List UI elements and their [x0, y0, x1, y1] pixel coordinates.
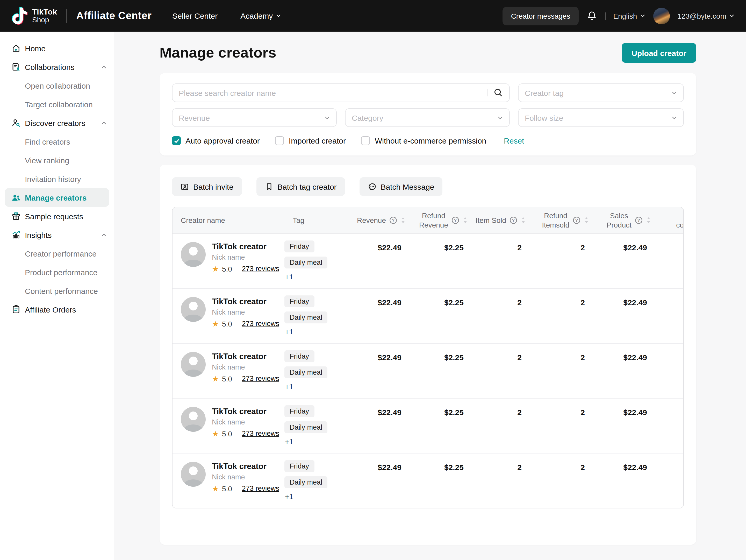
table-row: TikTok creatorNick name★5.0273 reviewsFr… — [173, 233, 684, 288]
creator-messages-button[interactable]: Creator messages — [503, 6, 579, 25]
revenue-select[interactable]: Revenue — [172, 108, 337, 127]
tag-cell: FridayDaily meal+1 — [284, 453, 354, 508]
topbar-nav: Seller Center Academy — [172, 11, 281, 20]
sidebar-item-affiliate-orders[interactable]: Affiliate Orders — [0, 300, 114, 319]
more-tags[interactable]: +1 — [284, 437, 354, 445]
creator-name[interactable]: TikTok creator — [212, 407, 279, 416]
sidebar-item-sample-requests[interactable]: Sample requests — [0, 207, 114, 225]
creator-rating: ★5.0273 reviews — [212, 319, 279, 328]
language-selector[interactable]: English — [613, 12, 645, 20]
star-icon: ★ — [212, 320, 219, 328]
sidebar-item-manage-creators[interactable]: Manage creators — [5, 188, 109, 207]
table-row: TikTok creatorNick name★5.0273 reviewsFr… — [173, 288, 684, 343]
more-tags[interactable]: +1 — [284, 382, 354, 391]
reviews-link[interactable]: 273 reviews — [242, 430, 279, 438]
checkbox-unchecked-icon[interactable] — [275, 136, 284, 145]
nav-seller-center[interactable]: Seller Center — [172, 11, 218, 20]
item-sold-cell: 2 — [474, 233, 532, 288]
sidebar-item-target-collaboration[interactable]: Target collaboration — [0, 95, 114, 113]
reviews-link[interactable]: 273 reviews — [242, 484, 279, 493]
reviews-link[interactable]: 273 reviews — [242, 320, 279, 328]
account-menu[interactable]: 123@byte.com — [677, 12, 735, 20]
creator-name[interactable]: TikTok creator — [212, 242, 279, 251]
more-tags[interactable]: +1 — [284, 272, 354, 281]
column-header-refund-revenue[interactable]: RefundRevenue? — [412, 207, 474, 233]
sidebar-item-creator-performance[interactable]: Creator performance — [0, 244, 114, 263]
checkbox-auto-approval-creator[interactable]: Auto approval creator — [172, 136, 260, 145]
nav-academy[interactable]: Academy — [240, 11, 281, 20]
rating-divider — [237, 430, 237, 437]
checkbox-unchecked-icon[interactable] — [361, 136, 370, 145]
sidebar-item-home[interactable]: Home — [0, 39, 114, 58]
revenue-cell: $22.49 — [354, 233, 412, 288]
sidebar-item-view-ranking[interactable]: View ranking — [0, 151, 114, 169]
chevron-up-icon[interactable] — [101, 232, 107, 237]
checkbox-without-e-commerce-permission[interactable]: Without e-commerce permission — [361, 136, 486, 145]
sidebar-item-discover-creators[interactable]: Discover creators — [0, 113, 114, 132]
column-header-item-sold[interactable]: Item Sold? — [474, 207, 532, 233]
chevron-up-icon[interactable] — [101, 120, 107, 126]
layout: HomeCollaborationsOpen collaborationTarg… — [0, 32, 746, 560]
tag-pill: Daily meal — [284, 256, 327, 268]
tag-pill: Daily meal — [284, 476, 327, 488]
column-header-sales-product[interactable]: SalesProduct? — [595, 207, 657, 233]
sort-icon[interactable] — [584, 216, 589, 224]
notification-bell-icon[interactable] — [586, 10, 597, 21]
reviews-link[interactable]: 273 reviews — [242, 265, 279, 273]
sort-icon[interactable] — [521, 216, 526, 224]
column-header-revenue[interactable]: Revenue? — [354, 207, 412, 233]
tag-cell: FridayDaily meal+1 — [284, 233, 354, 288]
page-title: Manage creators — [160, 45, 277, 61]
help-icon[interactable]: ? — [389, 216, 397, 224]
top-navbar: TikTok Shop Affiliate Center Seller Cent… — [0, 0, 746, 32]
sidebar-item-collaborations[interactable]: Collaborations — [0, 58, 114, 76]
batch-tag-creator-button[interactable]: Batch tag creator — [256, 177, 345, 196]
search-input[interactable] — [172, 83, 510, 102]
chevron-up-icon[interactable] — [101, 64, 107, 70]
creator-name[interactable]: TikTok creator — [212, 297, 279, 306]
revenue-cell: $22.49 — [354, 398, 412, 453]
column-header-tag: Tag — [284, 207, 354, 233]
more-tags[interactable]: +1 — [284, 492, 354, 500]
help-icon[interactable]: ? — [635, 216, 643, 224]
follow-size-select[interactable]: Follow size — [518, 108, 684, 127]
batch-invite-button[interactable]: Batch invite — [172, 177, 242, 196]
column-label: Revenue — [357, 215, 386, 225]
reviews-link[interactable]: 273 reviews — [242, 375, 279, 383]
checkbox-imported-creator[interactable]: Imported creator — [275, 136, 346, 145]
batch-message-button[interactable]: Batch Message — [360, 177, 443, 196]
help-icon[interactable]: ? — [451, 216, 460, 224]
chevron-down-icon — [671, 90, 677, 95]
topbar-right: Creator messages English 123@byte.com — [503, 6, 735, 25]
account-avatar[interactable] — [653, 7, 669, 24]
upload-creator-button[interactable]: Upload creator — [622, 43, 696, 63]
sidebar-item-invitation-history[interactable]: Invitation history — [0, 169, 114, 188]
batch-actions: Batch inviteBatch tag creatorBatch Messa… — [172, 177, 684, 196]
sidebar-item-label: Collaborations — [25, 62, 75, 71]
batch-button-label: Batch tag creator — [278, 182, 337, 191]
sort-icon[interactable] — [400, 216, 406, 224]
sidebar-item-find-creators[interactable]: Find creators — [0, 132, 114, 151]
checkbox-checked-icon[interactable] — [172, 136, 181, 145]
reset-filters-link[interactable]: Reset — [504, 136, 524, 145]
sort-icon[interactable] — [463, 216, 468, 224]
checkbox-label: Imported creator — [289, 136, 346, 145]
category-select[interactable]: Category — [345, 108, 510, 127]
help-icon[interactable]: ? — [572, 216, 581, 224]
column-header-est-commission[interactable]: Est.commission? — [657, 207, 684, 233]
more-tags[interactable]: +1 — [284, 327, 354, 336]
rating-divider — [237, 265, 237, 272]
help-icon[interactable]: ? — [509, 216, 518, 224]
sidebar-item-open-collaboration[interactable]: Open collaboration — [0, 76, 114, 95]
creator-name[interactable]: TikTok creator — [212, 461, 279, 471]
sidebar-item-insights[interactable]: Insights — [0, 225, 114, 244]
creator-tag-select[interactable]: Creator tag — [518, 83, 684, 102]
creator-name[interactable]: TikTok creator — [212, 352, 279, 361]
sort-icon[interactable] — [646, 216, 651, 224]
sidebar-item-content-performance[interactable]: Content performance — [0, 281, 114, 300]
rating-value: 5.0 — [222, 429, 232, 438]
search-icon[interactable] — [493, 88, 503, 97]
tiktok-shop-logo[interactable]: TikTok Shop — [11, 6, 57, 25]
sidebar-item-product-performance[interactable]: Product performance — [0, 263, 114, 281]
column-header-refund-itemsold[interactable]: RefundItemsold? — [532, 207, 595, 233]
